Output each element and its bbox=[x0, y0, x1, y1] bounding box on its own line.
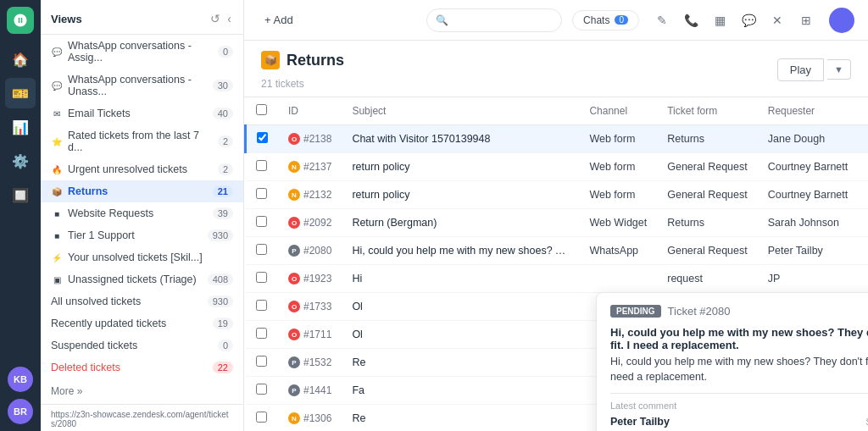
sidebar-item-suspended[interactable]: Suspended tickets 0 bbox=[41, 334, 243, 356]
content-title-icon: 📦 bbox=[261, 51, 280, 69]
row-form: General Request bbox=[657, 153, 758, 181]
apps-icon[interactable]: ⊞ bbox=[793, 8, 819, 33]
sidebar-item-tier1[interactable]: ■ Tier 1 Support 930 bbox=[41, 224, 243, 246]
content-title-row: 📦 Returns bbox=[261, 51, 344, 78]
row-checkbox[interactable] bbox=[256, 384, 267, 395]
row-subject: Hi bbox=[342, 265, 579, 293]
row-requester: JP bbox=[758, 265, 860, 293]
sidebar-item-recently-updated[interactable]: Recently updated tickets 19 bbox=[41, 312, 243, 334]
row-checkbox[interactable] bbox=[256, 188, 267, 199]
star-icon: ⭐ bbox=[51, 135, 63, 147]
row-checkbox[interactable] bbox=[256, 160, 267, 171]
sidebar-url: https://z3n-showcase.zendesk.com/agent/t… bbox=[41, 404, 243, 431]
nav-tickets-icon[interactable]: 🎫 bbox=[5, 78, 36, 108]
row-channel: WhatsApp bbox=[579, 237, 657, 265]
col-subject[interactable]: Subject bbox=[342, 97, 579, 125]
play-button[interactable]: Play bbox=[777, 58, 824, 81]
sidebar-item-label: Unassigned tickets (Triage) bbox=[68, 274, 203, 285]
user-avatar[interactable] bbox=[829, 8, 854, 33]
phone-icon[interactable]: 📞 bbox=[678, 8, 704, 33]
table-row[interactable]: N #2132 return policy Web form General R… bbox=[246, 181, 869, 209]
row-id: O #2092 bbox=[278, 209, 342, 237]
sidebar-item-label: Suspended tickets bbox=[51, 340, 213, 351]
sidebar-item-your-unsolved[interactable]: ⚡ Your unsolved tickets [Skil...] bbox=[41, 246, 243, 268]
row-requested: Sep 06 bbox=[860, 265, 868, 293]
popup-pending-badge: PENDING bbox=[610, 305, 661, 318]
sidebar: Views ↺ ‹ 💬 WhatsApp conversations - Ass… bbox=[41, 0, 244, 431]
add-button[interactable]: + Add bbox=[258, 10, 300, 30]
sidebar-item-label: Tier 1 Support bbox=[68, 229, 203, 241]
play-dropdown-button[interactable]: ▼ bbox=[827, 59, 851, 80]
row-id: O #1923 bbox=[278, 265, 342, 293]
close-icon[interactable]: ✕ bbox=[765, 8, 790, 33]
chat-icon[interactable]: 💬 bbox=[736, 8, 761, 33]
sidebar-item-returns[interactable]: 📦 Returns 21 bbox=[41, 180, 243, 202]
chats-label: Chats bbox=[583, 14, 609, 26]
sidebar-item-label: WhatsApp conversations - Assig... bbox=[68, 40, 213, 64]
main-area: + Add 🔍 Chats 0 ✎ 📞 ▦ 💬 ✕ ⊞ 📦 Returns bbox=[244, 0, 868, 431]
popup-commenter: Peter Tailby bbox=[610, 416, 670, 428]
row-requested: Oct 03 bbox=[860, 153, 868, 181]
row-requester: Courtney Barnett bbox=[758, 181, 860, 209]
popup-header: PENDING Ticket #2080 bbox=[610, 305, 868, 318]
search-bar[interactable]: 🔍 bbox=[426, 8, 562, 32]
grid-icon[interactable]: ▦ bbox=[707, 8, 732, 33]
sidebar-item-rated[interactable]: ⭐ Rated tickets from the last 7 d... 2 bbox=[41, 124, 243, 158]
row-id: P #2080 bbox=[278, 237, 342, 265]
sidebar-item-count: 2 bbox=[218, 163, 233, 175]
select-all-checkbox[interactable] bbox=[256, 104, 267, 115]
nav-apps-icon[interactable]: 🔲 bbox=[5, 180, 36, 210]
row-requested: Sep 25 bbox=[860, 209, 868, 237]
row-checkbox[interactable] bbox=[257, 132, 268, 143]
status-dot: N bbox=[288, 412, 300, 424]
ticket-popup: PENDING Ticket #2080 Hi, could you help … bbox=[596, 292, 868, 431]
row-checkbox[interactable] bbox=[256, 300, 267, 311]
nav-avatar-br: BR bbox=[8, 399, 33, 424]
row-id: P #1532 bbox=[278, 349, 342, 377]
sidebar-refresh-icon[interactable]: ↺ bbox=[209, 10, 222, 27]
row-checkbox[interactable] bbox=[256, 216, 267, 227]
sidebar-item-whatsapp-assign[interactable]: 💬 WhatsApp conversations - Assig... 0 bbox=[41, 35, 243, 69]
row-checkbox[interactable] bbox=[256, 356, 267, 367]
row-form: request bbox=[657, 265, 758, 293]
nav-settings-icon[interactable]: ⚙️ bbox=[5, 146, 36, 176]
compose-icon[interactable]: ✎ bbox=[649, 8, 675, 33]
table-row[interactable]: P #2080 Hi, could you help me with my ne… bbox=[246, 237, 869, 265]
table-row[interactable]: O #1923 Hi request JP Sep 06 Daniel Ru bbox=[246, 265, 869, 293]
sidebar-collapse-icon[interactable]: ‹ bbox=[225, 10, 233, 27]
row-checkbox[interactable] bbox=[256, 412, 267, 423]
sidebar-item-all-unsolved[interactable]: All unsolved tickets 930 bbox=[41, 290, 243, 312]
table-row[interactable]: N #2137 return policy Web form General R… bbox=[246, 153, 869, 181]
row-requester: Sarah Johnson bbox=[758, 209, 860, 237]
nav-home-icon[interactable]: 🏠 bbox=[5, 44, 36, 75]
row-requester: Jane Dough bbox=[758, 125, 860, 153]
content-header: 📦 Returns 21 tickets Play ▼ bbox=[244, 41, 868, 97]
popup-ticket-id: Ticket #2080 bbox=[668, 305, 731, 318]
row-checkbox[interactable] bbox=[256, 272, 267, 283]
row-subject: return policy bbox=[342, 153, 579, 181]
col-requested[interactable]: Requested ▼ bbox=[860, 97, 868, 125]
sidebar-item-website[interactable]: ■ Website Requests 39 bbox=[41, 202, 243, 224]
sidebar-item-whatsapp-unass[interactable]: 💬 WhatsApp conversations - Unass... 30 bbox=[41, 69, 243, 102]
row-checkbox[interactable] bbox=[256, 328, 267, 339]
row-form: Returns bbox=[657, 125, 758, 153]
nav-chart-icon[interactable]: 📊 bbox=[5, 112, 36, 142]
status-dot: O bbox=[288, 329, 300, 340]
sidebar-item-email[interactable]: ✉ Email Tickets 40 bbox=[41, 102, 243, 124]
whatsapp-icon2: 💬 bbox=[51, 80, 63, 91]
sidebar-item-unassigned[interactable]: ▣ Unassigned tickets (Triage) 408 bbox=[41, 268, 243, 290]
sidebar-item-count: 2 bbox=[218, 135, 233, 147]
sidebar-item-urgent[interactable]: 🔥 Urgent unresolved tickets 2 bbox=[41, 158, 243, 180]
status-dot: O bbox=[288, 133, 300, 145]
sidebar-item-deleted[interactable]: Deleted tickets 22 bbox=[41, 356, 243, 379]
sidebar-item-count: 930 bbox=[208, 229, 233, 241]
sidebar-more[interactable]: More » bbox=[41, 379, 243, 404]
table-row[interactable]: O #2092 Return (Bergman) Web Widget Retu… bbox=[246, 209, 869, 237]
row-checkbox-cell bbox=[246, 181, 279, 209]
chats-button[interactable]: Chats 0 bbox=[572, 10, 639, 30]
row-checkbox-cell bbox=[246, 349, 279, 377]
table-row[interactable]: O #2138 Chat with Visitor 1570139948 Web… bbox=[246, 125, 869, 153]
row-subject: Return (Bergman) bbox=[342, 209, 579, 237]
row-checkbox[interactable] bbox=[256, 244, 267, 255]
row-id: O #1711 bbox=[278, 321, 342, 349]
